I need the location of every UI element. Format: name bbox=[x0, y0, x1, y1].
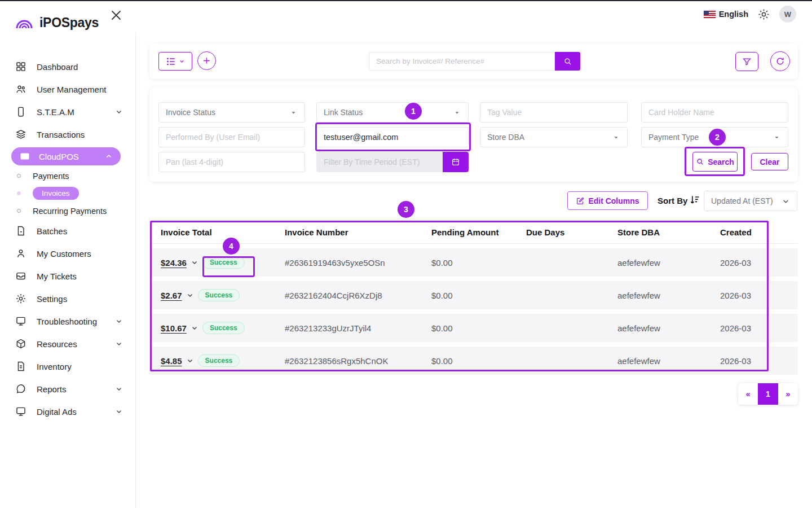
column-header-invoice-total: Invoice Total bbox=[161, 227, 285, 237]
refresh-button[interactable] bbox=[770, 51, 790, 71]
annotation-step-2: 2 bbox=[709, 129, 726, 146]
row-expand-chevron-icon[interactable] bbox=[186, 357, 194, 365]
search-submit-button[interactable] bbox=[555, 52, 580, 71]
filter-clear-button[interactable]: Clear bbox=[751, 153, 788, 170]
select-value: Payment Type bbox=[648, 133, 699, 142]
bullet-icon bbox=[17, 209, 21, 213]
sidebar-item-label: Digital Ads bbox=[37, 407, 77, 417]
sidebar-item-resources[interactable]: Resources bbox=[0, 332, 135, 355]
pagination-next-button[interactable]: » bbox=[778, 383, 798, 405]
chevron-down-icon bbox=[115, 408, 123, 415]
create-invoice-button[interactable] bbox=[197, 51, 216, 70]
sort-field-select[interactable]: Updated At (EST) bbox=[704, 191, 797, 211]
table-header-row: Invoice Total Invoice Number Pending Amo… bbox=[150, 221, 798, 244]
card-holder-name-input[interactable]: Card Holder Name bbox=[641, 102, 788, 122]
sidebar-item-user-management[interactable]: User Management bbox=[0, 78, 135, 100]
list-icon bbox=[166, 57, 176, 66]
sidebar-item-cloudpos[interactable]: CloudPOS bbox=[11, 147, 121, 165]
select-value: Invoice Status bbox=[166, 108, 215, 117]
invoice-toolbar bbox=[149, 43, 798, 79]
performed-by-input[interactable]: Performed By (User Email) bbox=[158, 127, 305, 147]
invoice-total-link[interactable]: $4.85 bbox=[161, 356, 182, 366]
invoice-total-link[interactable]: $24.36 bbox=[161, 258, 187, 268]
pagination-page-1[interactable]: 1 bbox=[758, 383, 778, 405]
header-actions: English W bbox=[704, 6, 796, 23]
pagination-prev-button[interactable]: « bbox=[738, 383, 758, 405]
pending-amount-cell: $0.00 bbox=[431, 258, 526, 268]
user-avatar[interactable]: W bbox=[779, 6, 796, 23]
sidebar-item-my-tickets[interactable]: My Tickets bbox=[0, 265, 135, 287]
invoice-number-cell: #26361919463v5yxe5OSn bbox=[285, 258, 431, 268]
sidebar-subitem-payments[interactable]: Payments bbox=[0, 167, 135, 185]
calendar-button[interactable] bbox=[443, 152, 469, 172]
chevron-down-icon bbox=[115, 317, 123, 325]
sidebar-item-steam[interactable]: S.T.E.A.M bbox=[0, 100, 135, 123]
table-row: $10.67 Success #263213233gUzrJTyil4 $0.0… bbox=[150, 314, 798, 342]
edit-icon bbox=[576, 196, 585, 205]
search-icon bbox=[696, 157, 704, 166]
sidebar-item-transactions[interactable]: Transactions bbox=[0, 123, 135, 146]
pending-amount-cell: $0.00 bbox=[431, 291, 526, 300]
language-selector[interactable]: English bbox=[719, 10, 748, 19]
sidebar-item-label: Reports bbox=[37, 384, 67, 394]
select-value: Store DBA bbox=[487, 133, 524, 142]
sidebar-item-inventory[interactable]: Inventory bbox=[0, 355, 135, 378]
row-expand-chevron-icon[interactable] bbox=[191, 259, 198, 266]
refresh-icon bbox=[775, 56, 785, 66]
dashboard-icon bbox=[15, 61, 27, 72]
sidebar-item-digital-ads[interactable]: Digital Ads bbox=[0, 400, 135, 423]
sidebar-subitem-invoices[interactable]: Invoices bbox=[0, 185, 135, 202]
sidebar-item-dashboard[interactable]: Dashboard bbox=[0, 55, 135, 78]
invoices-table: Invoice Total Invoice Number Pending Amo… bbox=[150, 221, 798, 375]
sidebar-item-troubleshooting[interactable]: Troubleshooting bbox=[0, 310, 135, 332]
list-view-dropdown-button[interactable] bbox=[158, 52, 192, 71]
card-icon bbox=[19, 151, 30, 162]
settings-gear-icon[interactable] bbox=[757, 8, 770, 21]
pending-amount-cell: $0.00 bbox=[431, 323, 526, 333]
plus-icon bbox=[202, 56, 211, 65]
sidebar-item-settings[interactable]: Settings bbox=[0, 287, 135, 310]
chevron-up-icon bbox=[105, 152, 113, 160]
invoice-total-link[interactable]: $10.67 bbox=[161, 323, 187, 333]
store-dba-cell: aefefewfew bbox=[617, 258, 720, 268]
invoice-status-select[interactable]: Invoice Status bbox=[158, 102, 305, 122]
invoice-total-link[interactable]: $2.67 bbox=[161, 291, 182, 300]
annotation-step-3: 3 bbox=[398, 201, 414, 218]
tag-value-input[interactable]: Tag Value bbox=[480, 102, 628, 122]
sidebar-item-batches[interactable]: Batches bbox=[0, 220, 135, 242]
document-icon bbox=[15, 225, 27, 237]
bullet-icon bbox=[17, 174, 21, 178]
created-cell: 2026-03 bbox=[720, 356, 809, 366]
time-period-input[interactable]: Filter By Time Period (EST) bbox=[316, 152, 443, 172]
rainbow-logo-icon bbox=[14, 15, 35, 30]
row-expand-chevron-icon[interactable] bbox=[186, 291, 194, 299]
invoice-search-input[interactable] bbox=[369, 52, 555, 71]
screen-icon bbox=[15, 406, 27, 417]
filter-toggle-button[interactable] bbox=[735, 52, 758, 71]
store-dba-select[interactable]: Store DBA bbox=[480, 127, 628, 147]
performed-by-email-input[interactable]: testuser@gmail.com bbox=[316, 127, 469, 147]
link-status-select[interactable]: Link Status bbox=[316, 102, 469, 122]
status-badge: Success bbox=[198, 354, 240, 367]
filter-search-button[interactable]: Search bbox=[692, 152, 738, 172]
sidebar-item-label: My Tickets bbox=[37, 271, 77, 281]
store-dba-cell: aefefewfew bbox=[617, 356, 720, 366]
phone-icon bbox=[15, 106, 27, 117]
chevron-down-icon bbox=[782, 197, 790, 205]
sort-descending-icon[interactable] bbox=[689, 194, 700, 205]
document-lines-icon bbox=[15, 361, 27, 372]
sidebar-item-my-customers[interactable]: My Customers bbox=[0, 242, 135, 265]
sort-by-label: Sort By bbox=[657, 196, 687, 205]
row-expand-chevron-icon[interactable] bbox=[191, 324, 198, 332]
select-value: Updated At (EST) bbox=[711, 196, 773, 205]
close-icon[interactable] bbox=[109, 8, 123, 22]
button-label: Edit Columns bbox=[588, 196, 639, 205]
column-header-store-dba: Store DBA bbox=[617, 227, 720, 237]
pan-input[interactable]: Pan (last 4-digit) bbox=[158, 152, 305, 172]
box-icon bbox=[15, 338, 27, 349]
mail-icon bbox=[15, 270, 27, 282]
sidebar-item-reports[interactable]: Reports bbox=[0, 378, 135, 400]
sidebar-subitem-recurring-payments[interactable]: Recurring Payments bbox=[0, 202, 135, 220]
funnel-icon bbox=[742, 57, 752, 67]
edit-columns-button[interactable]: Edit Columns bbox=[567, 191, 648, 210]
